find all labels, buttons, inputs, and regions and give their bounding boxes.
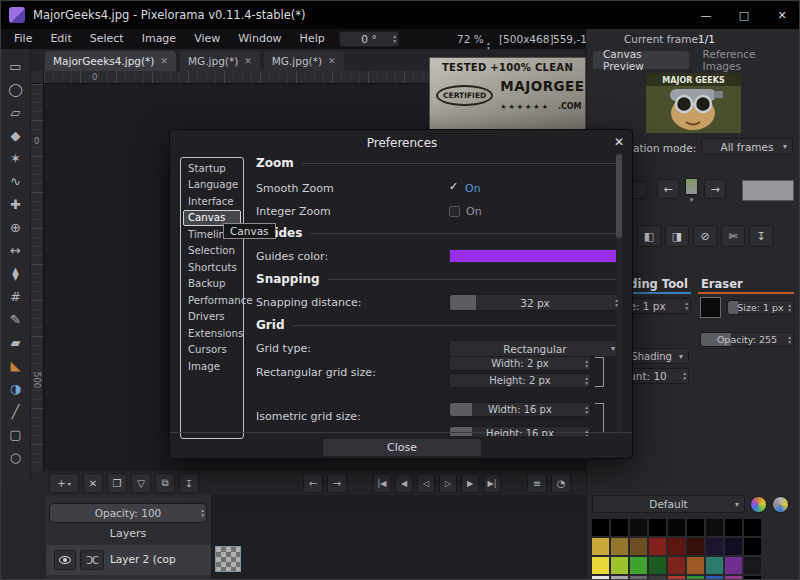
new-palette-button[interactable] [750, 496, 767, 513]
move-frame-left-button[interactable]: ← [303, 473, 323, 493]
iso-grid-height-spinbox[interactable]: Height: 16 px ▴▾ [449, 426, 591, 436]
gradient-swatch[interactable] [685, 178, 698, 195]
palette-color[interactable] [649, 519, 666, 536]
pref-nav-performance[interactable]: Performance [183, 292, 241, 309]
layer-name[interactable]: Layer 2 (cop [110, 553, 208, 565]
eraser-opacity-spinbox[interactable]: Opacity: 255 ▴▾ [700, 332, 794, 347]
remove-frame-button[interactable]: ✕ [83, 473, 103, 493]
pref-nav-selection[interactable]: Selection [183, 243, 241, 260]
spinner-arrows-icon[interactable]: ▴▾ [393, 34, 396, 44]
spinner-arrows-icon[interactable]: ▴▾ [585, 359, 588, 369]
pref-nav-shortcuts[interactable]: Shortcuts [183, 259, 241, 276]
tool-ellipse[interactable]: ○ [1, 446, 30, 469]
next-frame-button[interactable]: ▶ [461, 473, 479, 493]
tool-bucket[interactable]: ◣ [1, 354, 30, 377]
clone-frame-button[interactable]: ❐ [107, 473, 127, 493]
palette-color[interactable] [668, 576, 685, 580]
close-tab-icon[interactable]: ✕ [160, 56, 168, 66]
palette-color[interactable] [649, 557, 666, 574]
last-frame-button[interactable]: ▶| [483, 473, 501, 493]
palette-color[interactable] [744, 538, 761, 555]
pref-nav-cursors[interactable]: Cursors [183, 342, 241, 359]
tab-canvas-preview[interactable]: Canvas Preview [593, 51, 689, 69]
animation-mode-dropdown[interactable]: All frames ▾ [701, 138, 793, 155]
document-tab[interactable]: MG.jpg(*)✕ [264, 51, 344, 71]
palette-color[interactable] [687, 538, 704, 555]
spinner-arrows-icon[interactable]: ▴▾ [685, 301, 688, 311]
tool-line[interactable]: ╱ [1, 400, 30, 423]
tool-polygon-select[interactable]: ▱ [1, 101, 30, 124]
rotation-spinbox[interactable]: 0 ° ▴▾ [339, 31, 399, 47]
palette-color[interactable] [668, 519, 685, 536]
tab-reference-images[interactable]: Reference Images [693, 51, 799, 69]
palette-color[interactable] [592, 557, 609, 574]
pref-nav-drivers[interactable]: Drivers [183, 309, 241, 326]
palette-color[interactable] [687, 576, 704, 580]
menu-image[interactable]: Image [133, 29, 185, 49]
palette-color[interactable] [725, 576, 742, 580]
onion-skinning-button[interactable]: ◔ [551, 473, 571, 493]
spinner-arrows-icon[interactable]: ▴▾ [585, 405, 588, 415]
pref-nav-startup[interactable]: Startup [183, 160, 241, 177]
minimize-button[interactable]: — [687, 1, 725, 29]
palette-color[interactable] [630, 557, 647, 574]
layer-opacity-spinbox[interactable]: Opacity: 100 ▴▾ [49, 503, 207, 523]
tool-rectangle-select[interactable]: ▭ [1, 55, 30, 78]
palette-color[interactable] [706, 538, 723, 555]
iso-grid-width-spinbox[interactable]: Width: 16 px ▴▾ [449, 402, 591, 417]
smooth-zoom-checkbox[interactable]: ✓ [449, 180, 458, 193]
spinner-arrows-icon[interactable]: ▴▾ [788, 303, 791, 313]
tool-pan[interactable]: ↔ [1, 239, 30, 262]
tool-color-select[interactable]: ◆ [1, 124, 30, 147]
edit-palette-button[interactable] [772, 496, 789, 513]
close-tab-icon[interactable]: ✕ [328, 56, 336, 66]
menu-file[interactable]: File [5, 29, 41, 49]
spinner-arrows-icon[interactable]: ▴▾ [788, 335, 791, 345]
rect-grid-height-spinbox[interactable]: Height: 2 px ▴▾ [449, 373, 591, 388]
palette-color[interactable] [687, 557, 704, 574]
menu-window[interactable]: Window [229, 29, 290, 49]
snapping-distance-spinbox[interactable]: 32 px ▴▾ [449, 294, 621, 311]
spinner-arrows-icon[interactable]: ▴▾ [683, 371, 686, 381]
dialog-scrollbar-thumb[interactable] [616, 154, 622, 238]
frame-thumbnail[interactable] [215, 546, 241, 572]
layer-visibility-button[interactable] [54, 550, 76, 570]
export-button[interactable]: ↧ [749, 225, 773, 247]
dialog-close-button[interactable]: Close [322, 438, 482, 457]
spinner-arrows-icon[interactable]: ▴▾ [201, 508, 204, 518]
guides-color-swatch[interactable] [449, 249, 621, 263]
palette-color[interactable] [611, 519, 628, 536]
pref-nav-backup[interactable]: Backup [183, 276, 241, 293]
close-tab-icon[interactable]: ✕ [244, 56, 252, 66]
palette-color[interactable] [725, 557, 742, 574]
first-frame-button[interactable]: |◀ [373, 473, 391, 493]
document-tab[interactable]: MajorGeeks4.jpg(*)✕ [45, 51, 176, 71]
pixel-perfect-button[interactable]: ⊘ [693, 225, 717, 247]
pref-nav-interface[interactable]: Interface [183, 193, 241, 210]
mirror-horizontal-button[interactable]: ◧ [637, 225, 661, 247]
zoom-level[interactable]: 72 % [457, 33, 484, 45]
tool-rectangle[interactable]: ▢ [1, 423, 30, 446]
palette-color[interactable] [630, 538, 647, 555]
palette-dropdown[interactable]: Default ▾ [592, 495, 745, 513]
tool-color-picker[interactable]: ⧫ [1, 262, 30, 285]
pref-nav-language[interactable]: Language [183, 177, 241, 194]
tool-shading[interactable]: ◑ [1, 377, 30, 400]
palette-color[interactable] [592, 519, 609, 536]
move-frame-right-button[interactable]: → [327, 473, 347, 493]
spinner-arrows-icon[interactable]: ▴▾ [585, 376, 588, 386]
palette-color[interactable] [744, 519, 761, 536]
menu-edit[interactable]: Edit [41, 29, 80, 49]
dialog-close-icon[interactable]: ✕ [614, 135, 624, 149]
palette-color[interactable] [687, 519, 704, 536]
previous-frame-button[interactable]: ◀ [395, 473, 413, 493]
rect-grid-width-spinbox[interactable]: Width: 2 px ▴▾ [449, 356, 591, 371]
pref-nav-image[interactable]: Image [183, 358, 241, 375]
play-backwards-button[interactable]: ◁ [417, 473, 435, 493]
tool-crop[interactable]: # [1, 285, 30, 308]
dialog-scrollbar[interactable] [616, 154, 622, 436]
color-preview-swatch[interactable] [742, 180, 794, 201]
pref-nav-extensions[interactable]: Extensions [183, 325, 241, 342]
link-size-icon[interactable] [595, 357, 604, 387]
grid-type-dropdown[interactable]: Rectangular ▾ [449, 340, 621, 357]
